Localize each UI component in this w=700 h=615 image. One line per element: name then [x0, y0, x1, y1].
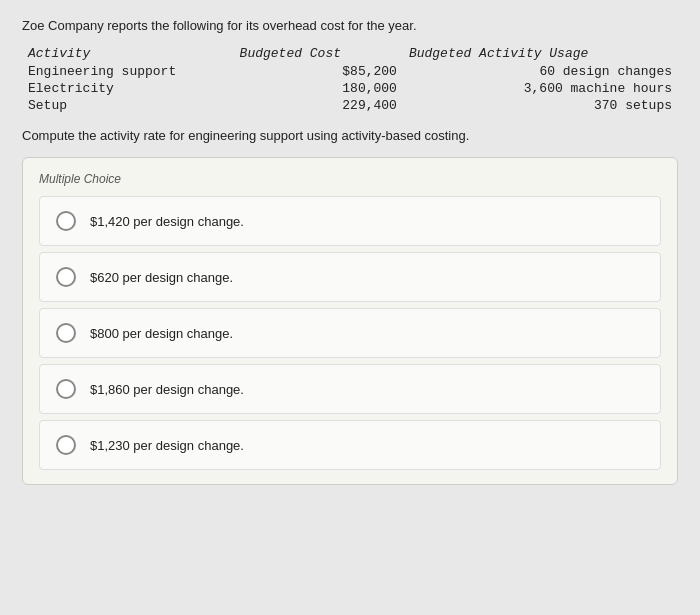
mc-options-container: $1,420 per design change.$620 per design… — [39, 196, 661, 470]
multiple-choice-card: Multiple Choice $1,420 per design change… — [22, 157, 678, 485]
col-header-activity-usage: Budgeted Activity Usage — [403, 45, 678, 63]
cell-activity-usage: 3,600 machine hours — [403, 80, 678, 97]
mc-option-3[interactable]: $800 per design change. — [39, 308, 661, 358]
intro-text: Zoe Company reports the following for it… — [22, 18, 678, 33]
cell-budgeted-cost: 180,000 — [234, 80, 403, 97]
cell-budgeted-cost: $85,200 — [234, 63, 403, 80]
table-row: Setup229,400370 setups — [22, 97, 678, 114]
cell-budgeted-cost: 229,400 — [234, 97, 403, 114]
radio-circle-5 — [56, 435, 76, 455]
cell-activity-usage: 60 design changes — [403, 63, 678, 80]
table-row: Engineering support$85,20060 design chan… — [22, 63, 678, 80]
table-row: Electricity180,0003,600 machine hours — [22, 80, 678, 97]
mc-option-text-4: $1,860 per design change. — [90, 382, 244, 397]
cell-activity: Engineering support — [22, 63, 234, 80]
radio-circle-4 — [56, 379, 76, 399]
mc-option-4[interactable]: $1,860 per design change. — [39, 364, 661, 414]
col-header-activity: Activity — [22, 45, 234, 63]
page-container: Zoe Company reports the following for it… — [0, 0, 700, 615]
data-table: Activity Budgeted Cost Budgeted Activity… — [22, 45, 678, 114]
cell-activity: Setup — [22, 97, 234, 114]
mc-option-text-5: $1,230 per design change. — [90, 438, 244, 453]
mc-option-text-3: $800 per design change. — [90, 326, 233, 341]
mc-option-2[interactable]: $620 per design change. — [39, 252, 661, 302]
radio-circle-2 — [56, 267, 76, 287]
prompt-text: Compute the activity rate for engineerin… — [22, 128, 678, 143]
mc-option-text-1: $1,420 per design change. — [90, 214, 244, 229]
radio-circle-1 — [56, 211, 76, 231]
col-header-budgeted-cost: Budgeted Cost — [234, 45, 403, 63]
mc-option-text-2: $620 per design change. — [90, 270, 233, 285]
mc-option-1[interactable]: $1,420 per design change. — [39, 196, 661, 246]
mc-option-5[interactable]: $1,230 per design change. — [39, 420, 661, 470]
cell-activity: Electricity — [22, 80, 234, 97]
cell-activity-usage: 370 setups — [403, 97, 678, 114]
mc-label: Multiple Choice — [39, 172, 661, 186]
radio-circle-3 — [56, 323, 76, 343]
